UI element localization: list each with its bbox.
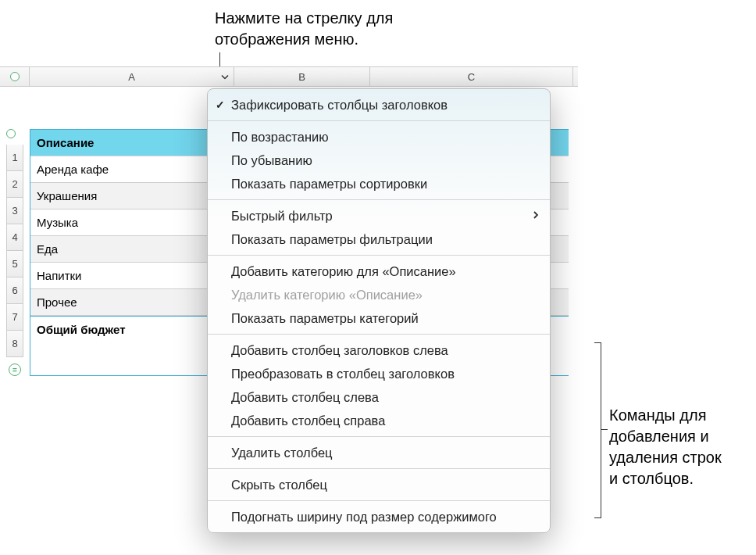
menu-convert-to-header-column[interactable]: Преобразовать в столбец заголовков (208, 362, 550, 385)
column-header-c[interactable]: C (370, 67, 573, 86)
menu-add-column-left[interactable]: Добавить столбец слева (208, 385, 550, 409)
circle-handle-icon (10, 72, 20, 81)
callout-top: Нажмите на стрелку для отображения меню. (215, 8, 393, 50)
column-header-b[interactable]: B (234, 67, 370, 86)
menu-hide-column[interactable]: Скрыть столбец (208, 473, 550, 496)
column-header-a[interactable]: A (30, 67, 234, 86)
callout-top-line (219, 52, 220, 68)
column-header-b-label: B (298, 71, 305, 83)
menu-separator (208, 468, 550, 469)
chevron-down-icon[interactable] (221, 73, 229, 81)
menu-sort-descending[interactable]: По убыванию (208, 149, 550, 172)
menu-quick-filter[interactable]: Быстрый фильтр (208, 204, 550, 227)
menu-fit-width[interactable]: Подогнать ширину под размер содержимого (208, 505, 550, 528)
row-headers-column: 1 2 3 4 5 6 7 8 = (0, 87, 30, 376)
column-handle[interactable] (0, 67, 30, 86)
menu-add-header-column-left[interactable]: Добавить столбец заголовков слева (208, 338, 550, 362)
menu-separator (208, 436, 550, 437)
menu-label: Удалить категорию «Описание» (231, 287, 423, 303)
menu-label: Показать параметры сортировки (231, 176, 427, 192)
cell-total: Общий бюджет (37, 323, 126, 336)
menu-label: Показать параметры фильтрации (231, 231, 433, 247)
menu-freeze-header-columns[interactable]: ✓ Зафиксировать столбцы заголовков (208, 93, 550, 116)
column-headers-row: A B C (0, 66, 578, 87)
menu-label: Добавить столбец справа (231, 413, 385, 428)
cell: Напитки (37, 269, 82, 282)
menu-show-sort-options[interactable]: Показать параметры сортировки (208, 172, 550, 195)
add-row-handle[interactable]: = (9, 363, 21, 376)
row-header-2[interactable]: 2 (6, 171, 23, 198)
menu-delete-category: Удалить категорию «Описание» (208, 283, 550, 306)
menu-separator (208, 255, 550, 256)
menu-delete-column[interactable]: Удалить столбец (208, 441, 550, 464)
cell: Музыка (37, 216, 78, 229)
menu-separator (208, 120, 550, 121)
column-context-menu: ✓ Зафиксировать столбцы заголовков По во… (207, 88, 551, 533)
cell: Еда (37, 242, 58, 256)
row-header-4[interactable]: 4 (6, 224, 23, 251)
column-header-a-label: A (128, 71, 135, 83)
callout-bracket-mid (601, 429, 608, 430)
menu-show-filter-options[interactable]: Показать параметры фильтрации (208, 227, 550, 251)
cell: Аренда кафе (37, 163, 109, 176)
row-handle-icon[interactable] (6, 129, 16, 138)
menu-label: Зафиксировать столбцы заголовков (231, 97, 448, 113)
menu-label: По возрастанию (231, 129, 329, 145)
menu-separator (208, 500, 550, 501)
callout-right: Команды для добавления и удаления строк … (609, 405, 722, 489)
menu-label: Добавить столбец заголовков слева (231, 342, 448, 358)
chevron-right-icon (533, 208, 539, 224)
menu-label: Подогнать ширину под размер содержимого (231, 509, 497, 525)
row-header-6[interactable]: 6 (6, 278, 23, 304)
checkmark-icon: ✓ (216, 97, 225, 113)
cell-header: Описание (37, 136, 94, 149)
menu-add-column-right[interactable]: Добавить столбец справа (208, 409, 550, 432)
row-header-5[interactable]: 5 (6, 251, 23, 278)
row-header-7[interactable]: 7 (6, 304, 23, 331)
menu-label: Добавить столбец слева (231, 389, 379, 405)
menu-label: По убыванию (231, 152, 312, 168)
menu-label: Быстрый фильтр (231, 208, 333, 224)
menu-label: Скрыть столбец (231, 477, 327, 492)
row-header-1[interactable]: 1 (6, 145, 23, 171)
menu-label: Удалить столбец (231, 445, 333, 460)
cell: Прочее (37, 295, 77, 309)
menu-separator (208, 334, 550, 335)
menu-sort-ascending[interactable]: По возрастанию (208, 125, 550, 149)
menu-add-category[interactable]: Добавить категорию для «Описание» (208, 260, 550, 283)
menu-label: Преобразовать в столбец заголовков (231, 366, 455, 381)
menu-label: Добавить категорию для «Описание» (231, 263, 456, 279)
menu-label: Показать параметры категорий (231, 310, 419, 326)
menu-show-category-options[interactable]: Показать параметры категорий (208, 306, 550, 330)
row-header-3[interactable]: 3 (6, 198, 23, 224)
cell: Украшения (37, 189, 97, 202)
row-header-8[interactable]: 8 (6, 331, 23, 357)
menu-separator (208, 199, 550, 200)
column-header-c-label: C (468, 71, 475, 83)
